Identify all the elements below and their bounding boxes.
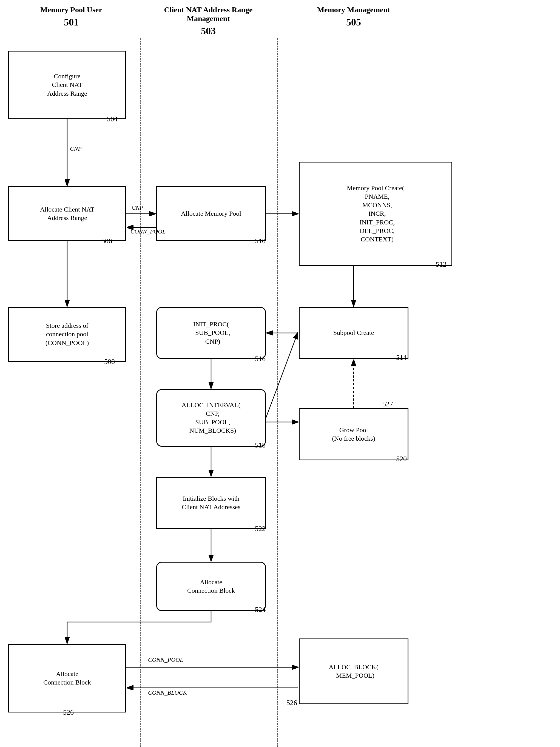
box-grow-pool: Grow Pool(No free blocks) — [299, 408, 408, 460]
label-conn-pool2: CONN_POOL — [148, 656, 183, 664]
ref-510: 510 — [255, 237, 265, 245]
ref-526: 526 — [286, 699, 297, 707]
ref-508: 508 — [104, 358, 115, 366]
diagram-container: Memory Pool User 501 Client NAT Address … — [0, 0, 560, 747]
box-alloc-block: ALLOC_BLOCK( MEM_POOL) — [299, 639, 408, 704]
ref-528: 520 — [396, 455, 407, 463]
ref-527: 527 — [382, 400, 393, 408]
label-conn-block: CONN_BLOCK — [148, 689, 187, 696]
ref-516: 516 — [255, 355, 265, 363]
box-initialize-blocks: Initialize Blocks withClient NAT Address… — [156, 477, 266, 529]
ref-504: 504 — [107, 115, 118, 123]
box-store-address: Store address ofconnection pool(CONN_POO… — [8, 307, 126, 362]
lane1-dashed — [140, 38, 141, 747]
lane1-header: Memory Pool User 501 — [8, 5, 134, 28]
ref-512: 512 — [436, 260, 447, 268]
ref-506: 506 — [101, 237, 112, 245]
ref-524: 526 — [63, 709, 74, 717]
ref-520: 522 — [255, 525, 265, 533]
lane2-header: Client NAT Address RangeManagement 503 — [151, 5, 266, 37]
ref-514: 514 — [396, 354, 407, 362]
box-allocate-memory-pool: Allocate Memory Pool — [156, 186, 266, 241]
label-conn-pool1: CONN_POOL — [130, 228, 166, 235]
box-init-proc: INIT_PROC( SUB_POOL, CNP) — [156, 307, 266, 359]
box-allocate-connection-block: AllocateConnection Block — [8, 644, 126, 713]
label-cnp2: CNP — [132, 204, 143, 211]
box-alloc-interval: ALLOC_INTERVAL( CNP, SUB_POOL, NUM_BLOCK… — [156, 389, 266, 447]
box-memory-pool-create: Memory Pool Create( PNAME, MCONNS, INCR,… — [299, 162, 452, 266]
box-subpool-create: Subpool Create — [299, 307, 408, 359]
box-allocate-client-nat: Allocate Client NATAddress Range — [8, 186, 126, 241]
lane3-header: Memory Management 505 — [302, 5, 406, 28]
svg-line-10 — [266, 333, 298, 418]
ref-522: 524 — [255, 606, 265, 614]
label-cnp1: CNP — [70, 145, 82, 152]
box-return: AllocateConnection Block — [156, 562, 266, 611]
box-configure-client-nat: ConfigureClient NATAddress Range — [8, 51, 126, 119]
ref-518: 518 — [255, 441, 265, 449]
lane2-dashed — [277, 38, 278, 747]
